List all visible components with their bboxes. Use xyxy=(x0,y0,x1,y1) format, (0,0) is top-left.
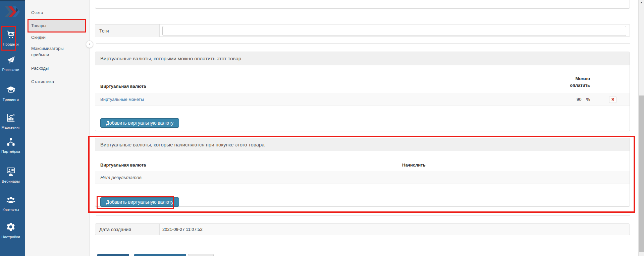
sidebar-item-label: Маркетинг xyxy=(0,125,21,129)
empty-row: Нет результатов. xyxy=(95,171,630,184)
delete-icon: ✖ xyxy=(611,98,614,102)
column-header-can-pay: Можно оплатить xyxy=(567,75,590,89)
submenu-item-discounts[interactable]: Скидки xyxy=(31,34,84,41)
submenu-item-expenses[interactable]: Расходы xyxy=(31,65,84,71)
sidebar-item-label: Настройки xyxy=(0,235,21,239)
scrolled-card-partial xyxy=(95,0,630,9)
sidebar-item-settings[interactable]: Настройки xyxy=(0,222,21,239)
can-pay-value: 90 xyxy=(577,97,581,102)
app-logo[interactable] xyxy=(0,1,25,21)
tags-input[interactable] xyxy=(162,26,626,36)
add-accrue-currency-button[interactable]: Добавить виртуальную валюту xyxy=(100,197,179,207)
submenu-item-statistics[interactable]: Статистика xyxy=(31,78,84,85)
graduation-cap-icon xyxy=(6,85,16,94)
sidebar-item-label: Рассылки xyxy=(0,68,21,72)
webinar-screen-icon xyxy=(6,167,16,176)
sidebar-item-contacts[interactable]: Контакты xyxy=(0,196,21,212)
primary-sidebar: Продажи Рассылки Тренинги Маркетинг xyxy=(0,0,25,256)
can-pay-unit: % xyxy=(586,97,590,102)
people-icon xyxy=(6,196,16,205)
affiliate-network-icon xyxy=(6,137,15,146)
section-accrue-currencies: Виртуальные валюты, которые начисляются … xyxy=(95,138,630,207)
section-accrue-title: Виртуальные валюты, которые начисляются … xyxy=(95,138,630,151)
save-button-partial[interactable] xyxy=(97,254,129,256)
scrollbar-thumb[interactable] xyxy=(639,95,644,252)
chart-growth-icon xyxy=(6,113,15,122)
sidebar-item-webinars[interactable]: Вебинары xyxy=(0,167,21,183)
logo-chevrons-icon xyxy=(5,6,20,17)
sidebar-item-label: Продажи xyxy=(0,42,21,46)
gear-icon xyxy=(6,222,16,232)
divider xyxy=(96,43,630,44)
main-content: Теги Виртуальные валюты, которыми можно … xyxy=(90,0,638,256)
save-secondary-button-partial[interactable] xyxy=(134,254,186,256)
add-pay-currency-button[interactable]: Добавить виртуальную валюту xyxy=(100,118,179,128)
column-header-accrue: Начислить xyxy=(402,163,630,168)
sidebar-item-trainings[interactable]: Тренинги xyxy=(0,85,21,102)
section-pay-title: Виртуальные валюты, которыми можно оплат… xyxy=(95,52,630,65)
sidebar-item-sales[interactable]: Продажи xyxy=(0,30,21,46)
cart-icon xyxy=(6,30,15,39)
sidebar-item-label: Тренинги xyxy=(0,98,21,102)
sidebar-item-mailings[interactable]: Рассылки xyxy=(0,56,21,72)
divider xyxy=(96,215,630,216)
tags-row: Теги xyxy=(95,24,630,37)
section-pay-currencies: Виртуальные валюты, которыми можно оплат… xyxy=(95,52,630,131)
currency-row: Виртуальные монеты 90 % ✖ xyxy=(95,93,630,106)
currency-link[interactable]: Виртуальные монеты xyxy=(100,97,144,102)
tags-label: Теги xyxy=(95,24,160,37)
collapse-menu-button[interactable]: ‹ xyxy=(86,41,93,48)
sidebar-item-label: Вебинары xyxy=(0,179,21,183)
submenu-item-invoices[interactable]: Счета xyxy=(31,9,84,16)
delete-currency-button[interactable]: ✖ xyxy=(609,96,616,103)
chevron-left-icon: ‹ xyxy=(89,41,91,47)
no-results-text: Нет результатов. xyxy=(100,175,143,180)
created-date-row: Дата создания 2021-09-27 11:07:52 xyxy=(95,223,630,235)
column-header-currency: Виртуальная валюта xyxy=(95,163,402,168)
sidebar-item-affiliate[interactable]: Партнёрка xyxy=(0,137,21,153)
created-date-label: Дата создания xyxy=(95,224,160,235)
sidebar-item-label: Партнёрка xyxy=(0,149,21,153)
sidebar-item-marketing[interactable]: Маркетинг xyxy=(0,113,21,129)
page-scrollbar[interactable]: ▲ xyxy=(638,0,644,256)
cancel-button-partial[interactable] xyxy=(188,254,214,256)
submenu-item-profit-maximizers[interactable]: Максимизаторы прибыли xyxy=(31,45,75,58)
secondary-menu: Счета Товары Скидки Максимизаторы прибыл… xyxy=(25,0,90,256)
divider xyxy=(96,16,630,16)
column-header-currency: Виртуальная валюта xyxy=(95,84,552,89)
submenu-item-products[interactable]: Товары xyxy=(31,22,84,29)
scroll-up-arrow-icon[interactable]: ▲ xyxy=(639,1,644,5)
sidebar-item-label: Контакты xyxy=(0,208,21,212)
paper-plane-icon xyxy=(6,56,15,65)
created-date-value: 2021-09-27 11:07:52 xyxy=(160,224,630,235)
